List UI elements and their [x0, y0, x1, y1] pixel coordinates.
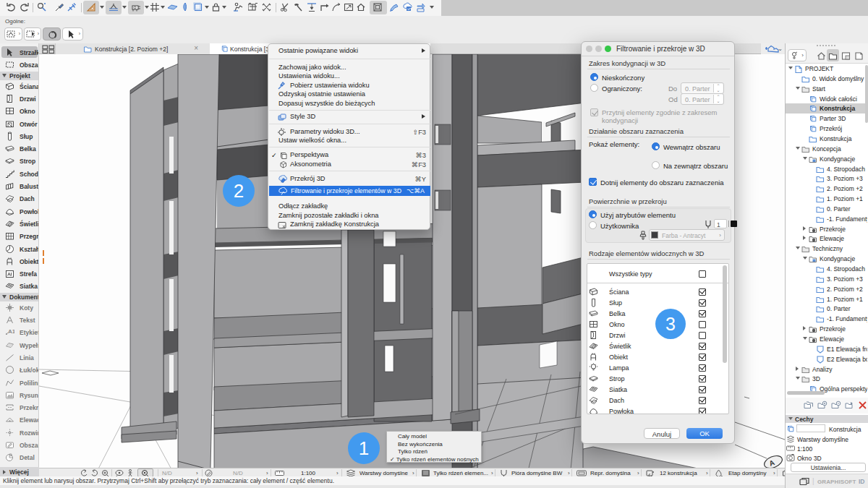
svg-text:A1: A1 [8, 328, 14, 335]
